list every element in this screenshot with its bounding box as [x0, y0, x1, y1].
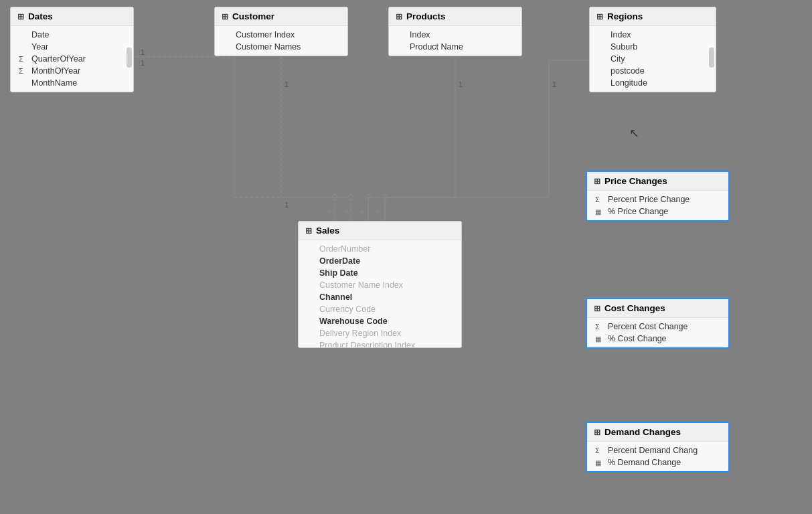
- cursor-indicator: ↖: [629, 126, 639, 141]
- table-price-changes[interactable]: ⊞ Price Changes Σ Percent Price Change ▦…: [586, 171, 730, 222]
- table-sales-header: ⊞ Sales: [299, 222, 461, 240]
- field-percent-price-change: Σ Percent Price Change: [587, 193, 728, 205]
- table-cost-header: ⊞ Cost Changes: [587, 299, 728, 318]
- table-products[interactable]: ⊞ Products Index Product Name: [388, 7, 522, 56]
- field-percent-cost-change: Σ Percent Cost Change: [587, 321, 728, 333]
- field-products-index: Index: [389, 29, 521, 41]
- table-demand-changes[interactable]: ⊞ Demand Changes Σ Percent Demand Chang …: [586, 422, 730, 473]
- field-warehouse-code: Warehouse Code: [299, 315, 461, 327]
- field-product-name: Product Name: [389, 41, 521, 53]
- table-regions-header: ⊞ Regions: [590, 7, 716, 26]
- table-customer-title: Customer: [232, 11, 274, 21]
- field-channel: Channel: [299, 291, 461, 303]
- field-percent-demand-chang: Σ Percent Demand Chang: [587, 444, 728, 456]
- field-monthname: MonthName: [11, 77, 133, 89]
- field-postcode: postcode: [590, 65, 716, 77]
- field-customer-index: Customer Index: [215, 29, 347, 41]
- field-monthofyear: Σ MonthOfYear: [11, 65, 133, 77]
- table-icon-customer: ⊞: [222, 12, 228, 21]
- table-regions-title: Regions: [607, 11, 643, 21]
- sigma-icon-ppc: Σ: [595, 195, 604, 203]
- table-dates-body: Date Year Σ QuarterOfYear Σ MonthOfYear …: [11, 26, 133, 92]
- field-city: City: [590, 53, 716, 65]
- field-suburb: Suburb: [590, 41, 716, 53]
- grid-icon-costchg: ▦: [595, 335, 604, 343]
- diagram-canvas: ⊞ Dates Date Year Σ QuarterOfYear Σ Mont…: [0, 0, 812, 514]
- dates-scrollbar[interactable]: [127, 48, 132, 68]
- table-regions-body: Index Suburb City postcode Longitude: [590, 26, 716, 92]
- field-delivery-region-index: Delivery Region Index: [299, 327, 461, 339]
- table-icon-dates: ⊞: [17, 12, 24, 21]
- table-sales-body: OrderNumber OrderDate Ship Date Customer…: [299, 240, 461, 347]
- table-price-body: Σ Percent Price Change ▦ % Price Change: [587, 191, 728, 220]
- field-date: Date: [11, 29, 133, 41]
- table-demand-body: Σ Percent Demand Chang ▦ % Demand Change: [587, 442, 728, 471]
- table-dates-header: ⊞ Dates: [11, 7, 133, 26]
- table-icon-products: ⊞: [396, 12, 402, 21]
- grid-icon-demandchg: ▦: [595, 459, 604, 466]
- table-customer-body: Customer Index Customer Names: [215, 26, 347, 56]
- grid-icon-ppc: ▦: [595, 208, 604, 216]
- table-cost-title: Cost Changes: [604, 303, 665, 313]
- field-product-desc-index: Product Description Index: [299, 339, 461, 347]
- field-currency-code: Currency Code: [299, 303, 461, 315]
- sigma-icon-costchg: Σ: [595, 323, 604, 331]
- table-icon-sales: ⊞: [305, 226, 312, 236]
- table-demand-header: ⊞ Demand Changes: [587, 423, 728, 442]
- field-longitude: Longitude: [590, 77, 716, 89]
- table-cost-changes[interactable]: ⊞ Cost Changes Σ Percent Cost Change ▦ %…: [586, 298, 730, 349]
- field-orderdate: OrderDate: [299, 255, 461, 267]
- table-cost-body: Σ Percent Cost Change ▦ % Cost Change: [587, 318, 728, 347]
- table-dates[interactable]: ⊞ Dates Date Year Σ QuarterOfYear Σ Mont…: [10, 7, 134, 92]
- table-products-body: Index Product Name: [389, 26, 521, 56]
- table-regions[interactable]: ⊞ Regions Index Suburb City postcode: [589, 7, 716, 92]
- field-ordernumber: OrderNumber: [299, 243, 461, 255]
- table-price-title: Price Changes: [604, 176, 667, 186]
- table-sales-title: Sales: [316, 226, 339, 236]
- field-shipdate: Ship Date: [299, 267, 461, 279]
- table-icon-price: ⊞: [594, 177, 600, 186]
- table-customer[interactable]: ⊞ Customer Customer Index Customer Names: [214, 7, 348, 56]
- table-dates-title: Dates: [28, 11, 53, 21]
- field-customer-name-index: Customer Name Index: [299, 279, 461, 291]
- table-price-header: ⊞ Price Changes: [587, 172, 728, 191]
- field-regions-index: Index: [590, 29, 716, 41]
- table-icon-demand: ⊞: [594, 428, 600, 437]
- field-pct-demand-change: ▦ % Demand Change: [587, 456, 728, 468]
- field-pct-cost-change: ▦ % Cost Change: [587, 333, 728, 345]
- table-customer-header: ⊞ Customer: [215, 7, 347, 26]
- field-pct-price-change: ▦ % Price Change: [587, 205, 728, 218]
- table-products-header: ⊞ Products: [389, 7, 521, 26]
- sigma-icon-quarter: Σ: [19, 55, 28, 63]
- table-sales[interactable]: ⊞ Sales OrderNumber OrderDate Ship Date …: [298, 221, 462, 348]
- regions-scrollbar[interactable]: [709, 48, 714, 68]
- field-customer-names: Customer Names: [215, 41, 347, 53]
- sigma-icon-demandchg: Σ: [595, 446, 604, 454]
- field-year: Year: [11, 41, 133, 53]
- table-demand-title: Demand Changes: [604, 427, 681, 437]
- field-quarterofyear: Σ QuarterOfYear: [11, 53, 133, 65]
- table-icon-cost: ⊞: [594, 304, 600, 313]
- table-products-title: Products: [406, 11, 446, 21]
- sigma-icon-month: Σ: [19, 67, 28, 75]
- table-icon-regions: ⊞: [596, 12, 603, 21]
